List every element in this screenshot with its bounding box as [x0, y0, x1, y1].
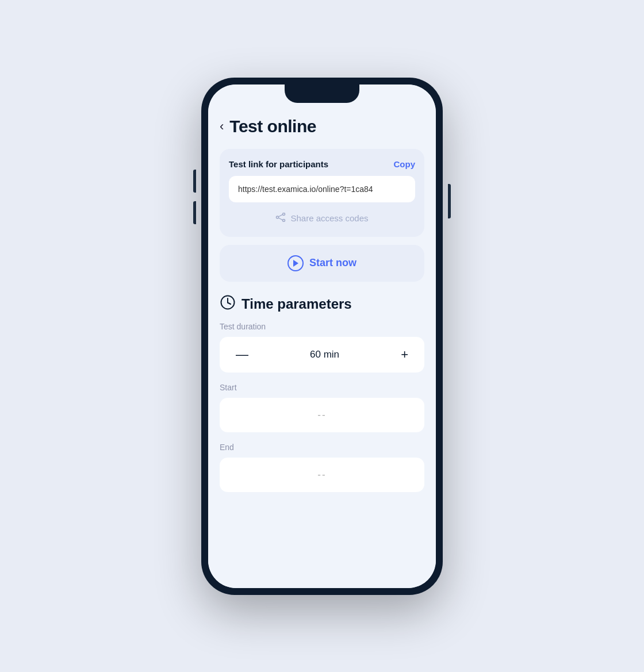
back-button[interactable]: ‹ — [220, 120, 224, 133]
duration-value: 60 min — [310, 349, 339, 360]
svg-line-4 — [279, 218, 283, 220]
power-button — [448, 184, 451, 218]
test-link-card: Test link for participants Copy https://… — [220, 149, 424, 237]
svg-point-2 — [277, 216, 279, 218]
increment-duration-button[interactable]: + — [396, 346, 413, 363]
play-triangle — [293, 260, 298, 267]
end-label: End — [220, 443, 424, 452]
link-text: https://test.examica.io/online?t=1ca84 — [238, 185, 373, 194]
page-header: ‹ Test online — [220, 113, 424, 136]
section-title: Time parameters — [241, 296, 352, 312]
end-field[interactable]: -- — [220, 458, 424, 492]
card-label: Test link for participants — [229, 159, 328, 169]
start-field[interactable]: -- — [220, 398, 424, 432]
card-header: Test link for participants Copy — [229, 159, 415, 169]
svg-point-1 — [283, 219, 285, 221]
svg-line-3 — [279, 214, 283, 217]
start-label: Start — [220, 383, 424, 392]
copy-button[interactable]: Copy — [394, 159, 416, 169]
page-title: Test online — [229, 117, 316, 136]
start-now-label: Start now — [309, 257, 356, 269]
volume-down-button — [193, 201, 196, 224]
screen-content: ‹ Test online Test link for participants… — [208, 85, 436, 588]
duration-stepper: — 60 min + — [220, 337, 424, 373]
end-placeholder: -- — [317, 469, 326, 480]
phone-frame: ‹ Test online Test link for participants… — [201, 78, 443, 595]
notch — [285, 85, 359, 103]
decrement-duration-button[interactable]: — — [231, 346, 253, 363]
time-parameters-header: Time parameters — [220, 294, 424, 314]
start-placeholder: -- — [317, 409, 326, 420]
duration-label: Test duration — [220, 322, 424, 331]
link-box: https://test.examica.io/online?t=1ca84 — [229, 176, 415, 202]
svg-point-0 — [283, 213, 285, 215]
clock-icon — [220, 294, 236, 314]
start-now-button[interactable]: Start now — [220, 245, 424, 282]
share-codes-button[interactable]: Share access codes — [229, 210, 415, 226]
phone-screen: ‹ Test online Test link for participants… — [208, 85, 436, 588]
play-icon — [288, 255, 304, 271]
share-codes-label: Share access codes — [290, 213, 368, 223]
volume-up-button — [193, 170, 196, 193]
share-icon — [275, 213, 286, 224]
svg-line-7 — [228, 302, 231, 304]
